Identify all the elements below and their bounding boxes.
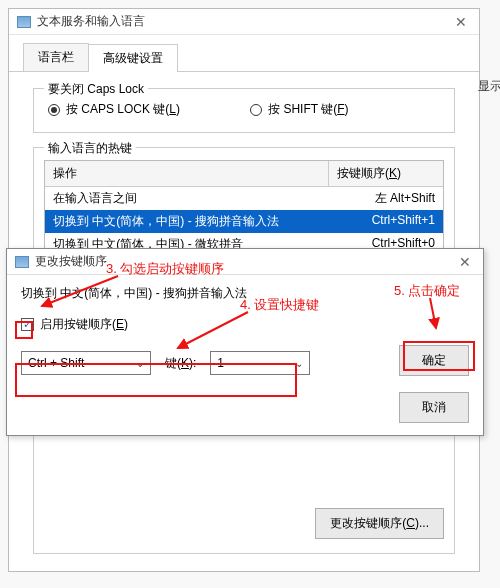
ok-button[interactable]: 确定	[399, 345, 469, 376]
capslock-group: 要关闭 Caps Lock 按 CAPS LOCK 键(L) 按 SHIFT 键…	[33, 88, 455, 133]
background-label: 显示	[478, 78, 500, 95]
tab-advanced-keys[interactable]: 高级键设置	[88, 44, 178, 72]
close-icon[interactable]: ✕	[455, 254, 475, 270]
tab-strip: 语言栏 高级键设置	[9, 35, 479, 72]
key-value: 1	[217, 356, 224, 370]
change-key-sequence-button[interactable]: 更改按键顺序(C)...	[315, 508, 444, 539]
modifier-select[interactable]: Ctrl + Shift ⌄	[21, 351, 151, 375]
titlebar: 文本服务和输入语言 ✕	[9, 9, 479, 35]
radio-shift-label-end: )	[345, 102, 349, 116]
key-label-end: ):	[189, 356, 196, 370]
window-icon	[17, 16, 31, 28]
key-select[interactable]: 1 ⌄	[210, 351, 310, 375]
close-icon[interactable]: ✕	[451, 14, 471, 30]
radio-icon	[48, 104, 60, 116]
hotkey: K	[181, 356, 189, 370]
radio-icon	[250, 104, 262, 116]
enable-key-sequence-checkbox[interactable]: ✓	[21, 318, 34, 331]
row-keys: 左 Alt+Shift	[329, 187, 443, 210]
table-row[interactable]: 在输入语言之间左 Alt+Shift	[45, 187, 443, 210]
radio-caps-label: 按 CAPS LOCK 键(	[66, 102, 169, 116]
capslock-title: 要关闭 Caps Lock	[44, 81, 148, 98]
radio-caps-label-end: )	[176, 102, 180, 116]
annotation-5-text: 5. 点击确定	[394, 282, 460, 300]
cancel-button[interactable]: 取消	[399, 392, 469, 423]
row-action: 切换到 中文(简体，中国) - 搜狗拼音输入法	[45, 210, 329, 233]
row-action: 在输入语言之间	[45, 187, 329, 210]
chevron-down-icon: ⌄	[295, 358, 303, 369]
annotation-3-text: 3. 勾选启动按键顺序	[106, 260, 224, 278]
table-row[interactable]: 切换到 中文(简体，中国) - 搜狗拼音输入法Ctrl+Shift+1	[45, 210, 443, 233]
chevron-down-icon: ⌄	[136, 358, 144, 369]
key-label: 键(	[165, 356, 181, 370]
change-key-sequence-dialog: 更改按键顺序 ✕ 切换到 中文(简体，中国) - 搜狗拼音输入法 ✓ 启用按键顺…	[6, 248, 484, 436]
enable-label-end: )	[124, 317, 128, 331]
dialog2-title: 更改按键顺序	[35, 253, 455, 270]
radio-shift-label: 按 SHIFT 键(	[268, 102, 337, 116]
radio-caps-lock[interactable]: 按 CAPS LOCK 键(L)	[48, 101, 180, 118]
window-icon	[15, 256, 29, 268]
modifier-value: Ctrl + Shift	[28, 356, 84, 370]
dialog1-title: 文本服务和输入语言	[37, 13, 451, 30]
annotation-4-text: 4. 设置快捷键	[240, 296, 319, 314]
hotkey: F	[337, 102, 344, 116]
titlebar: 更改按键顺序 ✕	[7, 249, 483, 275]
radio-shift[interactable]: 按 SHIFT 键(F)	[250, 101, 348, 118]
col-keys-header[interactable]: 按键顺序(K)	[329, 161, 443, 186]
hotkeys-title: 输入语言的热键	[44, 140, 136, 157]
row-keys: Ctrl+Shift+1	[329, 210, 443, 233]
hotkey: E	[116, 317, 124, 331]
list-header: 操作 按键顺序(K)	[45, 161, 443, 187]
col-action-header[interactable]: 操作	[45, 161, 329, 186]
enable-label: 启用按键顺序(	[40, 317, 116, 331]
tab-language-bar[interactable]: 语言栏	[23, 43, 89, 71]
